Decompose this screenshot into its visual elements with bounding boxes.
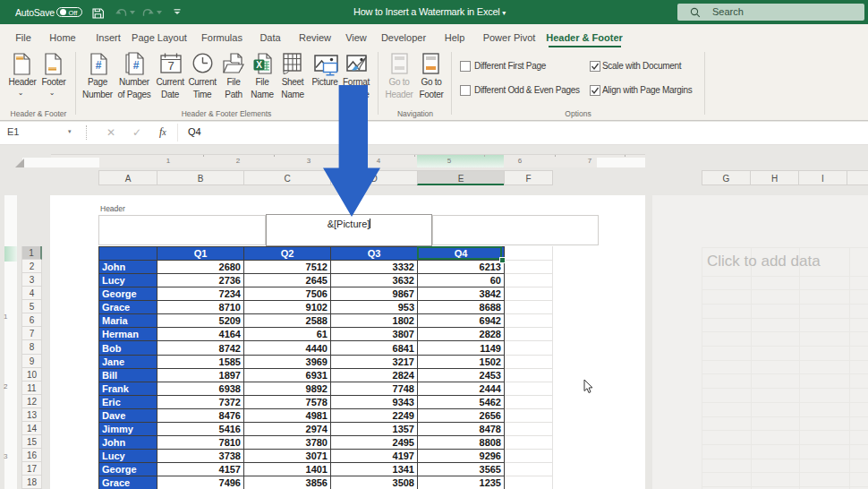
svg-text:X: X xyxy=(256,60,262,70)
svg-text:#: # xyxy=(96,59,102,72)
svg-text:#: # xyxy=(133,59,140,72)
svg-text:7: 7 xyxy=(167,59,174,73)
